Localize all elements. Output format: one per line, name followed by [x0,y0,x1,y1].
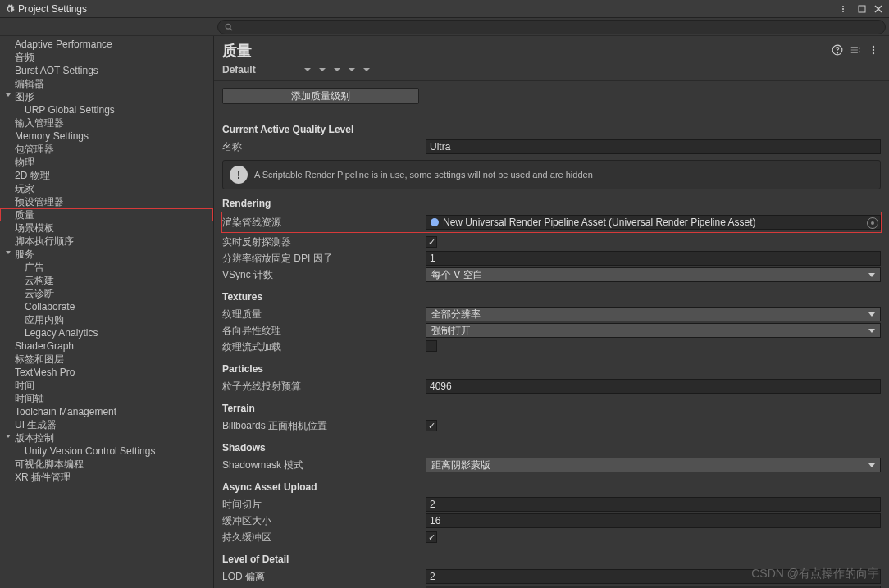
sidebar-item-label: 场景模板 [15,222,54,234]
menu-icon[interactable] [840,3,851,15]
timeslice-field[interactable] [426,497,881,512]
dpi-field[interactable] [426,251,881,266]
vsync-select[interactable]: 每个 V 空白 [426,267,881,282]
sidebar-item-label: 服务 [15,248,34,260]
dropdown-arrow-icon[interactable] [349,66,355,73]
section-shadows: Shadows [222,442,881,454]
dropdown-arrow-icon[interactable] [363,66,370,73]
sidebar-item[interactable]: 音频 [0,51,213,64]
sidebar-item[interactable]: 脚本执行顺序 [0,235,213,248]
sidebar-item-label: ShaderGraph [15,340,74,352]
particle-budget-field[interactable] [426,379,881,394]
sidebar-item[interactable]: 应用内购 [0,313,213,326]
sidebar-item[interactable]: 图形 [0,90,213,103]
settings-sidebar: Adaptive Performance音频Burst AOT Settings… [0,36,214,588]
buffer-field[interactable] [426,513,881,528]
sidebar-item-label: 应用内购 [25,314,64,326]
sidebar-item[interactable]: Unity Version Control Settings [0,444,213,458]
close-icon[interactable] [873,3,884,15]
sidebar-item[interactable]: Burst AOT Settings [0,64,213,77]
dropdown-arrow-icon[interactable] [334,66,340,73]
sidebar-item[interactable]: Memory Settings [0,130,213,143]
sidebar-item[interactable]: 版本控制 [0,431,213,444]
sidebar-item[interactable]: 2D 物理 [0,169,213,182]
settings-icon[interactable] [850,44,863,57]
dropdown-arrow-icon[interactable] [304,66,311,73]
sidebar-item[interactable]: TextMesh Pro [0,366,213,379]
sidebar-item[interactable]: 包管理器 [0,143,213,156]
sidebar-item[interactable]: Collaborate [0,300,213,313]
section-lod: Level of Detail [222,554,881,565]
sidebar-item[interactable]: 标签和图层 [0,353,213,366]
name-field[interactable] [426,139,881,154]
billboards-checkbox[interactable] [426,420,437,431]
sidebar-item[interactable]: URP Global Settings [0,103,213,116]
sidebar-item-label: Burst AOT Settings [15,65,98,76]
sidebar-item-label: Toolchain Management [15,406,116,417]
svg-point-6 [226,24,230,29]
search-input[interactable] [217,20,886,34]
realtime-reflection-checkbox[interactable] [426,236,437,248]
window-title: Project Settings [18,3,87,15]
texture-stream-checkbox[interactable] [426,340,437,352]
sidebar-item-label: 云构建 [25,275,54,286]
name-label: 名称 [222,140,426,154]
sidebar-item[interactable]: 场景模板 [0,221,213,235]
dropdown-arrow-icon[interactable] [319,66,326,73]
sidebar-item-label: 可视化脚本编程 [15,458,84,470]
sidebar-item-label: URP Global Settings [25,104,115,116]
pipeline-asset-value: New Universal Render Pipeline Asset (Uni… [443,217,756,228]
sidebar-item-label: 广告 [25,262,44,273]
sidebar-item-label: Collaborate [25,301,75,312]
sidebar-item[interactable]: UI 生成器 [0,418,213,431]
pipeline-asset-field[interactable]: New Universal Render Pipeline Asset (Uni… [426,215,881,230]
sidebar-item-label: UI 生成器 [15,419,57,431]
sidebar-item-label: 预设管理器 [15,196,64,207]
sidebar-item-label: 玩家 [15,183,34,194]
sidebar-item[interactable]: 编辑器 [0,77,213,90]
svg-line-7 [230,28,232,30]
svg-point-0 [842,6,844,7]
sidebar-item-label: 物理 [15,157,34,168]
sidebar-item[interactable]: 输入管理器 [0,116,213,130]
lod-bias-label: LOD 偏离 [222,570,426,584]
sidebar-item[interactable]: 时间轴 [0,392,213,405]
sidebar-item[interactable]: 物理 [0,156,213,169]
sidebar-item-label: 音频 [15,52,34,63]
sidebar-item-label: 标签和图层 [15,353,64,365]
vsync-label: VSync 计数 [222,268,426,282]
section-active-quality: Current Active Quality Level [222,124,881,135]
sidebar-item-label: Memory Settings [15,130,89,142]
more-icon[interactable] [868,44,881,57]
sidebar-item[interactable]: Adaptive Performance [0,38,213,51]
sidebar-item[interactable]: 服务 [0,248,213,261]
aniso-select[interactable]: 强制打开 [426,323,881,338]
sidebar-item[interactable]: 时间 [0,379,213,392]
sidebar-item[interactable]: ShaderGraph [0,340,213,353]
persist-checkbox[interactable] [426,531,437,543]
help-icon[interactable] [832,44,845,57]
sidebar-item-label: 输入管理器 [15,117,64,129]
sidebar-item[interactable]: XR 插件管理 [0,471,213,484]
maximize-icon[interactable] [856,3,868,15]
sidebar-item[interactable]: Toolchain Management [0,405,213,418]
watermark: CSDN @有点操作的向宇 [751,567,879,581]
sidebar-item[interactable]: 云构建 [0,274,213,287]
shadowmask-select[interactable]: 距离阴影蒙版 [426,458,881,472]
sidebar-item[interactable]: Legacy Analytics [0,326,213,340]
default-label: Default [222,64,296,75]
sidebar-item[interactable]: 可视化脚本编程 [0,458,213,471]
sidebar-item[interactable]: 质量 [0,208,213,221]
svg-point-1 [842,8,844,10]
sidebar-item[interactable]: 玩家 [0,182,213,195]
sidebar-item-label: 时间 [15,380,34,391]
texture-quality-label: 纹理质量 [222,308,426,321]
sidebar-item[interactable]: 云诊断 [0,287,213,300]
sidebar-item[interactable]: 预设管理器 [0,195,213,208]
add-quality-button[interactable]: 添加质量级别 [222,88,419,104]
texture-quality-select[interactable]: 全部分辨率 [426,307,881,321]
svg-point-11 [873,49,874,51]
object-picker-icon[interactable] [867,217,878,229]
sidebar-item-label: 质量 [15,209,34,221]
sidebar-item[interactable]: 广告 [0,261,213,274]
